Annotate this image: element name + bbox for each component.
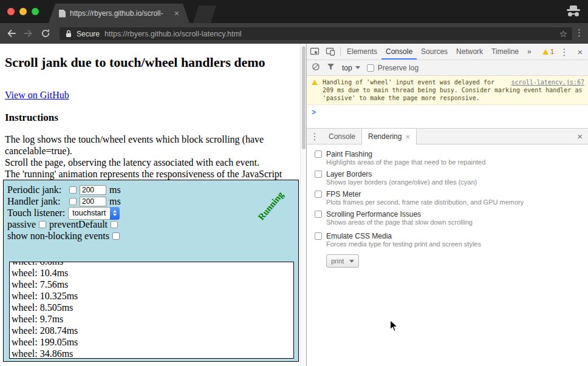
log-line: wheel: 9.7ms xyxy=(12,313,293,325)
devtools-close-icon[interactable]: × xyxy=(572,44,588,59)
clear-console-icon[interactable] xyxy=(312,63,320,73)
drawer-tab-rendering[interactable]: Rendering × xyxy=(361,129,417,145)
window-zoom-button[interactable] xyxy=(32,8,39,15)
url-text[interactable]: https://rbyers.github.io/scroll-latency.… xyxy=(104,30,242,38)
page-scrollbar-thumb[interactable] xyxy=(302,46,306,149)
rendering-panel: Paint Flashing Highlights areas of the p… xyxy=(307,144,588,366)
preserve-log-checkbox[interactable] xyxy=(367,64,374,72)
console-warning-message: scroll-latency.js:67 Handling of 'wheel'… xyxy=(307,76,588,105)
devtools-panel: Elements Console Sources Network Timelin… xyxy=(306,44,588,366)
layer-borders-checkbox[interactable] xyxy=(315,171,322,178)
show-nonblocking-checkbox[interactable] xyxy=(112,232,120,240)
touch-listener-row: Touch listener: touchstart xyxy=(7,208,120,219)
window-close-button[interactable] xyxy=(7,8,15,15)
drawer-tab-console[interactable]: Console xyxy=(323,129,361,144)
forward-icon[interactable] xyxy=(23,29,34,38)
tab-timeline[interactable]: Timeline xyxy=(487,44,523,59)
rendering-item-paint-flashing: Paint Flashing Highlights areas of the p… xyxy=(315,150,588,166)
device-toolbar-icon[interactable] xyxy=(323,44,338,59)
instructions-text: The log shows the touch/wheel events whi… xyxy=(5,134,299,180)
tab-title: https://rbyers.github.io/scroll- xyxy=(70,9,170,18)
console-messages: scroll-latency.js:67 Handling of 'wheel'… xyxy=(307,76,588,128)
instructions-heading: Instructions xyxy=(5,112,58,124)
ms-label: ms xyxy=(109,185,121,195)
back-icon[interactable] xyxy=(6,29,17,38)
browser-menu-icon[interactable]: ⋮ xyxy=(575,28,584,38)
incognito-icon xyxy=(566,5,581,18)
reload-icon[interactable] xyxy=(41,29,52,38)
passive-row: passive preventDefault xyxy=(7,219,118,230)
log-line: wheel: 34.86ms xyxy=(12,348,293,359)
toolbar-separator xyxy=(340,47,341,56)
event-log-lines: wheel: 8.8ms wheel: 10.4ms wheel: 7.56ms… xyxy=(10,262,293,359)
handler-jank-checkbox[interactable] xyxy=(69,198,77,205)
periodic-jank-checkbox[interactable] xyxy=(69,186,77,194)
chevron-down-icon xyxy=(355,66,360,69)
new-tab-button[interactable] xyxy=(193,5,216,23)
periodic-jank-row: Periodic jank: ms xyxy=(7,185,121,195)
prevent-default-label: preventDefault xyxy=(49,219,108,230)
drawer-close-icon[interactable]: × xyxy=(577,132,583,141)
warning-badge[interactable]: 1 xyxy=(540,48,556,55)
prompt-chevron-icon: > xyxy=(312,108,316,117)
select-stepper-icon xyxy=(110,207,120,220)
bookmark-star-icon[interactable]: ☆ xyxy=(559,29,567,38)
log-line: wheel: 8.505ms xyxy=(12,302,293,313)
browser-tab[interactable]: https://rbyers.github.io/scroll- × xyxy=(49,4,190,23)
touch-listener-select[interactable]: touchstart xyxy=(68,207,120,220)
passive-checkbox[interactable] xyxy=(39,221,46,228)
log-line: wheel: 7.56ms xyxy=(12,279,293,290)
tab-elements[interactable]: Elements xyxy=(343,44,381,59)
warning-count: 1 xyxy=(550,48,554,55)
tab-console[interactable]: Console xyxy=(381,44,417,59)
tab-sources[interactable]: Sources xyxy=(417,44,452,59)
handler-jank-label: Handler jank: xyxy=(7,196,66,207)
periodic-jank-input[interactable] xyxy=(80,185,106,195)
fps-meter-checkbox[interactable] xyxy=(315,191,322,198)
window-minimize-button[interactable] xyxy=(19,8,27,15)
emulate-css-media-checkbox[interactable] xyxy=(315,232,322,240)
filter-icon[interactable] xyxy=(327,63,335,73)
lock-icon[interactable] xyxy=(66,30,72,38)
log-line: wheel: 8.8ms xyxy=(12,262,293,267)
instruction-line: The 'running' animation represents the r… xyxy=(5,168,299,180)
css-media-select[interactable]: print xyxy=(326,254,359,268)
rendering-item-scrolling-performance: Scrolling Performance Issues Shows areas… xyxy=(315,210,588,226)
show-nonblocking-row: show non-blocking events xyxy=(7,231,120,242)
warning-line: 209 ms due to main thread being busy. Co… xyxy=(323,86,584,94)
source-link[interactable]: scroll-latency.js:67 xyxy=(511,78,584,86)
drawer-tab-bar: ⋮ Console Rendering × × xyxy=(307,128,588,144)
instruction-line: The log shows the touch/wheel events whi… xyxy=(5,134,299,145)
github-link[interactable]: View on GitHub xyxy=(5,90,69,101)
paint-flashing-checkbox[interactable] xyxy=(315,151,322,158)
handler-jank-input[interactable] xyxy=(80,197,106,206)
browser-window: https://rbyers.github.io/scroll- × Secur… xyxy=(0,0,588,366)
tab-network[interactable]: Network xyxy=(452,44,487,59)
instruction-line: Scroll the page, observing the latency a… xyxy=(5,157,299,168)
touch-listener-label: Touch listener: xyxy=(7,208,65,219)
tab-close-icon[interactable]: × xyxy=(174,9,179,18)
page-title: Scroll jank due to touch/wheel handlers … xyxy=(5,55,265,70)
warning-icon xyxy=(312,80,318,85)
more-tabs-chevron[interactable]: » xyxy=(523,44,536,59)
ms-label: ms xyxy=(109,196,121,207)
passive-label: passive xyxy=(7,219,36,230)
inspect-icon[interactable] xyxy=(307,44,323,59)
handler-jank-row: Handler jank: ms xyxy=(7,196,121,207)
prevent-default-checkbox[interactable] xyxy=(111,221,118,228)
devtools-menu-icon[interactable]: ⋮ xyxy=(556,44,572,59)
page-scrollbar[interactable] xyxy=(300,44,306,366)
chevron-down-icon xyxy=(349,260,354,263)
drawer-menu-icon[interactable]: ⋮ xyxy=(307,129,323,144)
log-line: wheel: 10.325ms xyxy=(12,290,293,302)
execution-context-select[interactable]: top xyxy=(342,64,360,72)
close-icon[interactable]: × xyxy=(405,133,410,141)
preserve-log-label[interactable]: Preserve log xyxy=(378,64,419,72)
toolbar-right-group: 1 ⋮ × xyxy=(540,44,588,59)
tab-strip: https://rbyers.github.io/scroll- × xyxy=(0,0,588,23)
address-bar[interactable]: Secure https://rbyers.github.io/scroll-l… xyxy=(60,27,572,40)
event-log-box[interactable]: wheel: 8.8ms wheel: 10.4ms wheel: 7.56ms… xyxy=(9,262,294,359)
running-animation-text: Running xyxy=(251,184,290,228)
scrolling-performance-checkbox[interactable] xyxy=(315,211,322,218)
console-prompt[interactable]: > xyxy=(307,105,588,120)
